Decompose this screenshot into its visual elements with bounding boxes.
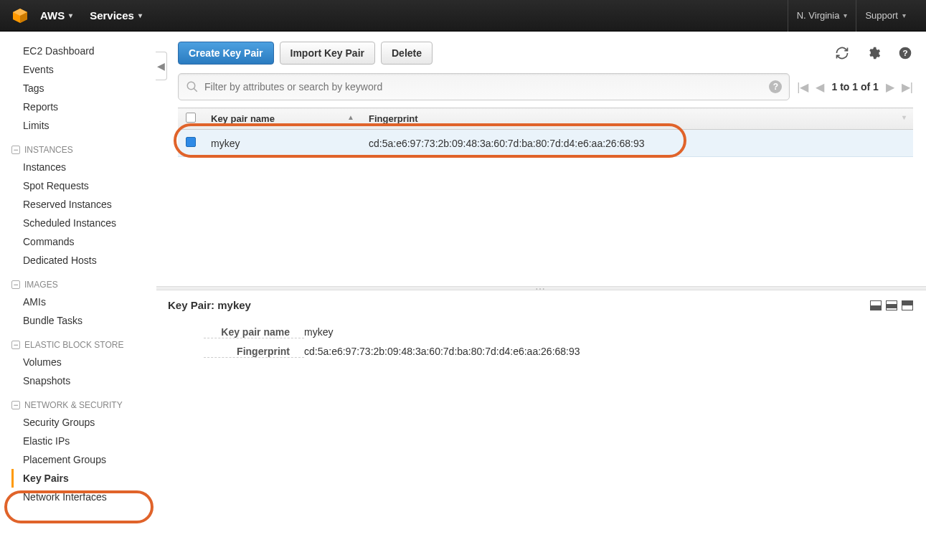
row-checkbox[interactable] <box>178 130 204 157</box>
detail-row-name: Key pair name mykey <box>204 323 913 342</box>
detail-header: Key Pair: mykey <box>168 299 913 311</box>
column-header-checkbox[interactable] <box>178 108 204 130</box>
svg-point-5 <box>187 82 195 90</box>
sidebar-collapse-toggle[interactable]: ◀ <box>156 52 167 80</box>
sidebar-item-placement-groups[interactable]: Placement Groups <box>11 450 156 469</box>
layout-split-icon[interactable] <box>886 300 897 310</box>
section-collapse-icon[interactable]: − <box>11 280 20 289</box>
search-row: ? |◀ ◀ 1 to 1 of 1 ▶ ▶| <box>156 65 926 100</box>
sort-asc-icon: ▲ <box>347 113 354 121</box>
caret-down-icon: ▾ <box>138 11 142 19</box>
caret-down-icon: ▾ <box>902 11 906 19</box>
section-collapse-icon[interactable]: − <box>11 146 20 154</box>
detail-label-fingerprint: Fingerprint <box>204 346 304 358</box>
sidebar-item-events[interactable]: Events <box>11 60 156 79</box>
nav-services[interactable]: Services ▾ <box>90 9 142 22</box>
sidebar-item-key-pairs[interactable]: Key Pairs <box>11 469 156 488</box>
nav-region-label: N. Virginia <box>797 10 840 21</box>
detail-value-name: mykey <box>304 326 333 338</box>
sidebar-item-ec2-dashboard[interactable]: EC2 Dashboard <box>11 42 156 60</box>
sidebar-item-network-interfaces[interactable]: Network Interfaces <box>11 488 156 506</box>
sidebar-item-snapshots[interactable]: Snapshots <box>11 371 156 390</box>
detail-panel: Key Pair: mykey Key pair name mykey Fing… <box>156 290 926 370</box>
sidebar-item-security-groups[interactable]: Security Groups <box>11 413 156 432</box>
key-pair-table: Key pair name▲ Fingerprint▾ mykeycd:5a:e… <box>178 108 913 157</box>
pager-prev-icon[interactable]: ◀ <box>816 80 824 94</box>
pager-first-icon[interactable]: |◀ <box>797 80 808 94</box>
refresh-icon[interactable] <box>834 45 850 61</box>
sidebar-item-instances[interactable]: Instances <box>11 158 156 176</box>
panel-layout-icons <box>870 300 913 310</box>
nav-aws-label: AWS <box>40 9 65 22</box>
svg-line-6 <box>194 88 197 92</box>
table-row[interactable]: mykeycd:5a:e6:97:73:2b:09:48:3a:60:7d:ba… <box>178 130 913 157</box>
search-help-icon[interactable]: ? <box>769 80 782 93</box>
sidebar-item-volumes[interactable]: Volumes <box>11 353 156 371</box>
sidebar-item-amis[interactable]: AMIs <box>11 293 156 311</box>
sidebar-item-tags[interactable]: Tags <box>11 79 156 98</box>
toolbar: Create Key Pair Import Key Pair Delete ? <box>156 32 926 65</box>
pager: |◀ ◀ 1 to 1 of 1 ▶ ▶| <box>797 80 913 94</box>
caret-down-icon: ▾ <box>844 11 847 19</box>
nav-support-label: Support <box>865 10 898 21</box>
create-key-pair-button[interactable]: Create Key Pair <box>178 42 274 65</box>
search-input[interactable] <box>204 81 769 92</box>
detail-body: Key pair name mykey Fingerprint cd:5a:e6… <box>168 311 913 361</box>
nav-aws[interactable]: AWS ▾ <box>40 9 72 22</box>
sidebar-item-reports[interactable]: Reports <box>11 98 156 116</box>
nav-region[interactable]: N. Virginia ▾ <box>788 0 856 32</box>
pager-last-icon[interactable]: ▶| <box>902 80 913 94</box>
sidebar-section-instances: −INSTANCES <box>11 135 156 158</box>
nav-services-label: Services <box>90 9 134 22</box>
pager-next-icon[interactable]: ▶ <box>886 80 894 94</box>
sidebar-section-network-security: −NETWORK & SECURITY <box>11 390 156 413</box>
layout-bottom-icon[interactable] <box>870 300 882 310</box>
section-collapse-icon[interactable]: − <box>11 401 20 409</box>
cell-key-pair-name: mykey <box>204 130 362 157</box>
svg-text:?: ? <box>902 48 907 57</box>
sidebar-item-scheduled-instances[interactable]: Scheduled Instances <box>11 214 156 232</box>
sidebar-item-spot-requests[interactable]: Spot Requests <box>11 176 156 195</box>
panel-splitter[interactable] <box>156 286 926 290</box>
sidebar-item-bundle-tasks[interactable]: Bundle Tasks <box>11 311 156 330</box>
sidebar-item-commands[interactable]: Commands <box>11 232 156 251</box>
nav-support[interactable]: Support ▾ <box>856 0 915 32</box>
sidebar: EC2 DashboardEventsTagsReportsLimits −IN… <box>0 32 156 560</box>
sidebar-item-elastic-ips[interactable]: Elastic IPs <box>11 432 156 450</box>
detail-value-fingerprint: cd:5a:e6:97:73:2b:09:48:3a:60:7d:ba:80:7… <box>304 346 580 358</box>
sidebar-item-dedicated-hosts[interactable]: Dedicated Hosts <box>11 251 156 270</box>
section-collapse-icon[interactable]: − <box>11 341 20 349</box>
search-box: ? <box>178 73 790 100</box>
column-header-fingerprint[interactable]: Fingerprint▾ <box>362 108 913 130</box>
sidebar-item-limits[interactable]: Limits <box>11 116 156 135</box>
sort-none-icon: ▾ <box>902 113 906 121</box>
column-header-name[interactable]: Key pair name▲ <box>204 108 362 130</box>
aws-logo-icon <box>11 7 29 24</box>
top-nav: AWS ▾ Services ▾ N. Virginia ▾ Support ▾ <box>0 0 926 32</box>
import-key-pair-button[interactable]: Import Key Pair <box>280 42 375 65</box>
delete-button[interactable]: Delete <box>381 42 433 65</box>
detail-label-name: Key pair name <box>204 326 304 338</box>
main-content: ◀ Create Key Pair Import Key Pair Delete… <box>156 32 926 560</box>
gear-icon[interactable] <box>866 45 882 61</box>
detail-title: Key Pair: mykey <box>168 299 251 311</box>
caret-down-icon: ▾ <box>69 11 72 19</box>
pager-text: 1 to 1 of 1 <box>831 81 878 92</box>
cell-fingerprint: cd:5a:e6:97:73:2b:09:48:3a:60:7d:ba:80:7… <box>362 130 913 157</box>
sidebar-section-elastic-block-store: −ELASTIC BLOCK STORE <box>11 330 156 353</box>
layout-top-icon[interactable] <box>902 300 913 310</box>
detail-row-fingerprint: Fingerprint cd:5a:e6:97:73:2b:09:48:3a:6… <box>204 342 913 361</box>
search-icon <box>186 80 199 93</box>
sidebar-section-images: −IMAGES <box>11 270 156 293</box>
table-wrap: Key pair name▲ Fingerprint▾ mykeycd:5a:e… <box>178 108 913 157</box>
sidebar-item-reserved-instances[interactable]: Reserved Instances <box>11 195 156 214</box>
help-icon[interactable]: ? <box>897 45 913 61</box>
sidebar-top-group: EC2 DashboardEventsTagsReportsLimits <box>11 42 156 135</box>
